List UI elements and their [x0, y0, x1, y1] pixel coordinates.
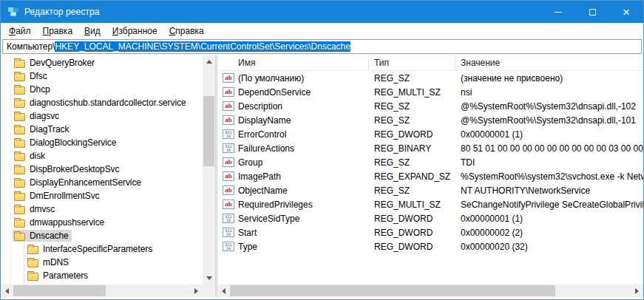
tree-item-devquerybroker[interactable]: DevQueryBroker — [1, 56, 203, 69]
close-button[interactable] — [609, 1, 643, 23]
main-content: DevQueryBrokerDfscDhcpdiagnosticshub.sta… — [1, 55, 643, 297]
binary-value-icon — [223, 129, 234, 139]
value-row-errorcontrol[interactable]: ErrorControlREG_DWORD0x00000001 (1) — [217, 127, 643, 141]
value-type: REG_MULTI_SZ — [369, 200, 455, 210]
address-bar[interactable]: Компьютер\HKEY_LOCAL_MACHINE\SYSTEM\Curr… — [2, 39, 642, 54]
column-header-name[interactable]: Имя — [217, 55, 369, 70]
folder-icon — [14, 233, 25, 241]
titlebar[interactable]: Редактор реестра — [1, 1, 643, 23]
value-row-description[interactable]: DescriptionREG_SZ@%SystemRoot%\System32\… — [217, 99, 643, 113]
tree-item-diagsvc[interactable]: diagsvc — [1, 109, 203, 123]
folder-icon — [14, 206, 25, 214]
arrow-left-icon — [5, 288, 9, 294]
maximize-icon — [589, 9, 596, 16]
minimize-icon — [555, 12, 562, 13]
value-row-imagepath[interactable]: ImagePathREG_EXPAND_SZ%SystemRoot%\syste… — [217, 169, 643, 183]
menu-help[interactable]: Справка — [163, 23, 210, 39]
vertical-scroll-thumb[interactable] — [203, 96, 214, 166]
tree-item-dmwappushservice[interactable]: dmwappushservice — [1, 216, 203, 229]
tree-item-label: DialogBlockingService — [29, 137, 117, 148]
value-data: 80 51 01 00 00 00 00 00 00 00 00 00 03 0… — [455, 143, 643, 154]
values-list: (По умолчанию)REG_SZ(значение не присвое… — [217, 71, 643, 284]
tree-item-mdns[interactable]: mDNS — [1, 256, 203, 269]
value-name: ServiceSidType — [238, 214, 299, 224]
tree-item-parameters[interactable]: Parameters — [1, 269, 203, 282]
tree-item-dmvsc[interactable]: dmvsc — [1, 202, 203, 216]
tree-item-label: disk — [29, 151, 46, 161]
tree-item-diagnosticshub-standardcollector-service[interactable]: diagnosticshub.standardcollector.service — [1, 96, 203, 109]
value-name: ImagePath — [238, 171, 281, 182]
address-row: Компьютер\HKEY_LOCAL_MACHINE\SYSTEM\Curr… — [1, 39, 643, 55]
value-data: nsi — [455, 87, 643, 98]
minimize-button[interactable] — [541, 1, 575, 23]
arrow-right-icon — [194, 288, 198, 294]
tree-item-dfsc[interactable]: Dfsc — [1, 69, 203, 83]
tree-item-label: DevQueryBroker — [29, 58, 95, 68]
menu-favorites[interactable]: Избранное — [106, 23, 163, 39]
value-row-dependonservice[interactable]: DependOnServiceREG_MULTI_SZnsi — [217, 85, 643, 99]
tree-item-dialogblockingservice[interactable]: DialogBlockingService — [1, 136, 203, 149]
value-row-requiredprivileges[interactable]: RequiredPrivilegesREG_MULTI_SZSeChangeNo… — [217, 197, 643, 211]
scroll-right-button[interactable] — [631, 284, 643, 297]
tree-horizontal-scrollbar[interactable] — [1, 284, 203, 297]
value-row-displayname[interactable]: DisplayNameREG_SZ@%SystemRoot%\System32\… — [217, 113, 643, 127]
value-type: REG_MULTI_SZ — [369, 87, 455, 98]
tree-item-displayenhancementservice[interactable]: DisplayEnhancementService — [1, 176, 203, 189]
value-name: DisplayName — [238, 115, 291, 126]
value-row-start[interactable]: StartREG_DWORD0x00000002 (2) — [217, 225, 643, 239]
value-type: REG_DWORD — [369, 129, 455, 140]
close-icon — [623, 6, 630, 18]
tree-item-disk[interactable]: disk — [1, 149, 203, 163]
maximize-button[interactable] — [575, 1, 609, 23]
horizontal-scroll-thumb[interactable] — [230, 285, 555, 296]
value-type: REG_SZ — [369, 73, 455, 83]
menu-edit[interactable]: Правка — [37, 23, 79, 39]
value-data: @%SystemRoot%\System32\dnsapi.dll,-102 — [455, 101, 643, 112]
values-panel: ИмяТипЗначение (По умолчанию)REG_SZ(знач… — [217, 55, 643, 297]
column-header-type[interactable]: Тип — [369, 55, 455, 70]
folder-icon — [14, 153, 25, 161]
tree-item-label: diagnosticshub.standardcollector.service — [29, 98, 186, 108]
folder-icon — [14, 86, 25, 95]
folder-icon — [14, 166, 25, 174]
string-value-icon — [223, 171, 234, 181]
value-data: (значение не присвоено) — [455, 73, 643, 83]
scroll-left-button[interactable] — [217, 284, 230, 297]
value-row-group[interactable]: GroupREG_SZTDI — [217, 155, 643, 169]
binary-value-icon — [223, 242, 234, 251]
value-type: REG_SZ — [369, 101, 455, 112]
scroll-right-button[interactable] — [190, 284, 203, 297]
horizontal-scroll-thumb[interactable] — [13, 285, 106, 296]
value-row-failureactions[interactable]: FailureActionsREG_BINARY80 51 01 00 00 0… — [217, 141, 643, 155]
list-horizontal-scrollbar[interactable] — [217, 284, 643, 297]
folder-icon — [14, 113, 25, 121]
tree-item-interfacespecificparameters[interactable]: InterfaceSpecificParameters — [1, 242, 203, 256]
tree-item-dhcp[interactable]: Dhcp — [1, 83, 203, 96]
scroll-down-button[interactable] — [203, 272, 215, 284]
folder-icon — [27, 259, 38, 267]
menu-file[interactable]: Файл — [3, 23, 37, 39]
scroll-up-button[interactable] — [203, 55, 215, 68]
tree-item-label: DispBrokerDesktopSvc — [29, 164, 120, 174]
tree-item-label: Dhcp — [29, 84, 51, 95]
window-bottom-edge — [1, 297, 643, 299]
value-row-type[interactable]: TypeREG_DWORD0x00000020 (32) — [217, 239, 643, 253]
tree-item-dmenrollmentsvc[interactable]: DmEnrollmentSvc — [1, 189, 203, 202]
scroll-left-button[interactable] — [1, 284, 13, 297]
regedit-window: Редактор реестра ФайлПравкаВидИзбранноеС… — [0, 0, 644, 300]
tree-item-dispbrokerdesktopsvc[interactable]: DispBrokerDesktopSvc — [1, 163, 203, 176]
value-type: REG_DWORD — [369, 228, 455, 238]
arrow-down-icon — [206, 276, 212, 280]
tree: DevQueryBrokerDfscDhcpdiagnosticshub.sta… — [1, 55, 203, 284]
column-header-value[interactable]: Значение — [455, 55, 643, 70]
tree-item-diagtrack[interactable]: DiagTrack — [1, 123, 203, 136]
tree-item-dnscache[interactable]: Dnscache — [1, 229, 203, 242]
value-row-objectname[interactable]: ObjectNameREG_SZNT AUTHORITY\NetworkServ… — [217, 183, 643, 197]
value-data: TDI — [455, 157, 643, 168]
list-header: ИмяТипЗначение — [217, 55, 643, 71]
menu-view[interactable]: Вид — [78, 23, 106, 39]
value-row-по-умолчанию[interactable]: (По умолчанию)REG_SZ(значение не присвое… — [217, 71, 643, 85]
value-row-servicesidtype[interactable]: ServiceSidTypeREG_DWORD0x00000001 (1) — [217, 211, 643, 225]
tree-item-label: DmEnrollmentSvc — [29, 191, 101, 201]
tree-vertical-scrollbar[interactable] — [203, 55, 215, 284]
